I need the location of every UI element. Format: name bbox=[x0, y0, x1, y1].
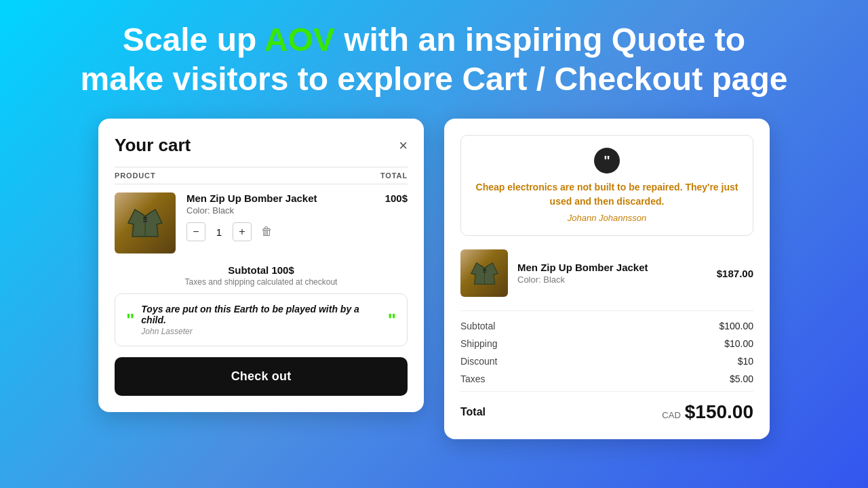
product-image bbox=[115, 192, 176, 253]
quote-close-icon: " bbox=[388, 311, 396, 329]
subtotal-label: Subtotal bbox=[460, 321, 495, 331]
svg-rect-1 bbox=[143, 219, 147, 220]
total-amount: $150.00 bbox=[685, 401, 753, 423]
headline-part1: Scale up bbox=[123, 22, 264, 58]
svg-rect-3 bbox=[483, 268, 486, 270]
quantity-decrease-button[interactable]: − bbox=[186, 222, 205, 241]
total-value: CAD $150.00 bbox=[662, 401, 753, 423]
page-headline: Scale up AOV with an inspiring Quote to … bbox=[54, 20, 815, 98]
taxes-value: $5.00 bbox=[730, 373, 753, 384]
shipping-note: Taxes and shipping calculated at checkou… bbox=[115, 277, 408, 287]
product-color: Color: Black bbox=[186, 205, 374, 216]
checkout-product-row: Men Zip Up Bomber Jacket Color: Black $1… bbox=[460, 249, 753, 297]
quote-icon-circle: " bbox=[594, 148, 620, 174]
shipping-value: $10.00 bbox=[724, 338, 753, 349]
subtotal-section: Subtotal 100$ Taxes and shipping calcula… bbox=[115, 264, 408, 287]
cart-quote-box: " Toys are put on this Earth to be playe… bbox=[115, 293, 408, 346]
cart-columns: PRODUCT TOTAL bbox=[115, 167, 408, 184]
cart-header: Your cart × bbox=[115, 135, 408, 156]
svg-rect-5 bbox=[483, 272, 486, 272]
discount-value: $10 bbox=[738, 356, 753, 367]
checkout-quote-box: " Cheap electronics are not built to be … bbox=[460, 135, 753, 236]
subtotal-line: Subtotal $100.00 bbox=[460, 321, 753, 331]
headline-line2: make visitors to explore Cart / Checkout… bbox=[81, 60, 788, 99]
quantity-value: 1 bbox=[212, 226, 226, 238]
checkout-card: " Cheap electronics are not built to be … bbox=[444, 119, 770, 439]
total-currency: CAD bbox=[662, 410, 680, 420]
checkout-product-color: Color: Black bbox=[517, 274, 707, 285]
quote-open-icon: " bbox=[126, 311, 134, 329]
subtotal-text: Subtotal 100$ bbox=[115, 264, 408, 276]
quantity-increase-button[interactable]: + bbox=[233, 222, 252, 241]
quote-icon: " bbox=[604, 154, 610, 167]
svg-rect-0 bbox=[143, 217, 147, 218]
headline-part2: with an inspiring Quote to bbox=[335, 22, 745, 58]
cart-quote-author: John Lasseter bbox=[141, 327, 380, 336]
checkout-quote-author: Johann Johannsson bbox=[475, 213, 739, 223]
quantity-row: − 1 + 🗑 bbox=[186, 222, 374, 241]
product-price: 100$ bbox=[385, 192, 408, 204]
svg-rect-4 bbox=[483, 270, 486, 270]
cart-quote-text: Toys are put on this Earth to be played … bbox=[141, 304, 380, 325]
headline-highlight: AOV bbox=[264, 22, 335, 58]
cards-container: Your cart × PRODUCT TOTAL bbox=[98, 119, 770, 439]
checkout-button[interactable]: Check out bbox=[115, 357, 408, 396]
subtotal-value: $100.00 bbox=[719, 321, 753, 331]
remove-item-button[interactable]: 🗑 bbox=[261, 225, 273, 239]
total-row: Total CAD $150.00 bbox=[460, 391, 753, 423]
taxes-line: Taxes $5.00 bbox=[460, 373, 753, 384]
product-details: Men Zip Up Bomber Jacket Color: Black − … bbox=[186, 192, 374, 241]
total-label: Total bbox=[460, 406, 486, 418]
product-column-label: PRODUCT bbox=[115, 171, 156, 180]
checkout-quote-text: Cheap electronics are not built to be re… bbox=[475, 180, 739, 209]
close-button[interactable]: × bbox=[399, 138, 408, 153]
discount-label: Discount bbox=[460, 356, 497, 367]
total-column-label: TOTAL bbox=[380, 171, 408, 180]
checkout-product-details: Men Zip Up Bomber Jacket Color: Black bbox=[517, 262, 707, 285]
checkout-product-name: Men Zip Up Bomber Jacket bbox=[517, 262, 707, 273]
product-name: Men Zip Up Bomber Jacket bbox=[186, 192, 374, 204]
cart-title: Your cart bbox=[115, 135, 191, 156]
checkout-product-price: $187.00 bbox=[717, 268, 753, 279]
cart-quote-content: Toys are put on this Earth to be played … bbox=[141, 304, 380, 336]
shipping-label: Shipping bbox=[460, 338, 498, 349]
line-items: Subtotal $100.00 Shipping $10.00 Discoun… bbox=[460, 310, 753, 384]
taxes-label: Taxes bbox=[460, 373, 486, 384]
cart-product-row: Men Zip Up Bomber Jacket Color: Black − … bbox=[115, 192, 408, 253]
checkout-product-image bbox=[460, 249, 508, 297]
shipping-line: Shipping $10.00 bbox=[460, 338, 753, 349]
svg-rect-2 bbox=[143, 221, 147, 222]
discount-line: Discount $10 bbox=[460, 356, 753, 367]
cart-card: Your cart × PRODUCT TOTAL bbox=[98, 119, 424, 412]
